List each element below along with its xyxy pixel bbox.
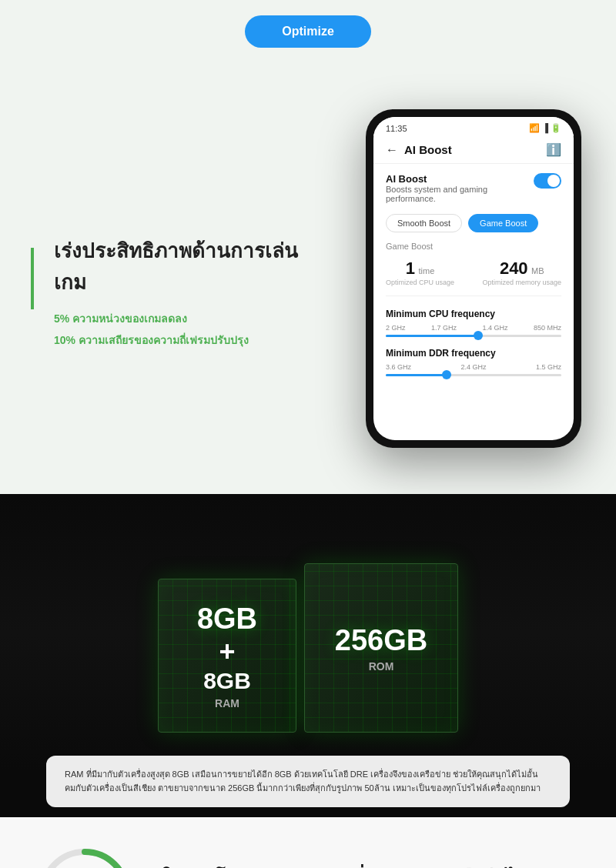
cpu-freq-section: Minimum CPU frequency 2 GHz 1.7 GHz 1.4 … bbox=[386, 309, 561, 337]
game-boost-section-label: Game Boost bbox=[386, 242, 561, 251]
mem-stat-num: 240 bbox=[500, 259, 528, 278]
cpu-slider-thumb[interactable] bbox=[474, 331, 483, 340]
gaming-stat-2-prefix: 10% bbox=[54, 334, 75, 346]
ram-extra-label: 8GB bbox=[203, 668, 251, 694]
gaming-title: เร่งประสิทธิภาพด้านการเล่นเกม bbox=[54, 235, 300, 298]
gaming-right-panel: 11:35 📶 ▐ 🔋 ← AI Boost ℹ️ AI bbox=[331, 63, 616, 494]
ram-main-label: 8GB bbox=[197, 603, 257, 636]
longevity-section: 4 ปี ใช้งานโดยหมดห่วงว่าเครื่องจะหน่วงหร… bbox=[0, 817, 616, 868]
phone-header-left: ← AI Boost bbox=[386, 143, 452, 157]
plus-symbol: + bbox=[219, 636, 235, 668]
longevity-text-block: ใช้งานโดยหมดห่วงว่าเครื่องจะหน่วงหรืออีด… bbox=[162, 863, 578, 868]
gaming-left-panel: เร่งประสิทธิภาพด้านการเล่นเกม 5% ความหน่… bbox=[0, 63, 331, 494]
mem-stat-unit: MB bbox=[531, 266, 544, 275]
cpu-label-4: 850 MHz bbox=[534, 324, 561, 332]
longevity-icon: 4 ปี bbox=[38, 848, 131, 868]
back-icon[interactable]: ← bbox=[386, 143, 398, 157]
cpu-label-3: 1.4 GHz bbox=[482, 324, 507, 332]
smooth-boost-tab[interactable]: Smooth Boost bbox=[386, 214, 462, 232]
optimize-button[interactable]: Optimize bbox=[245, 15, 371, 48]
ram-cube: 8GB + 8GB RAM bbox=[158, 579, 296, 733]
gaming-stat-2: 10% ความเสถียรของความถี่เฟรมปรับปรุง bbox=[54, 332, 300, 349]
ai-boost-toggle[interactable] bbox=[534, 173, 561, 189]
longevity-title: ใช้งานโดยหมดห่วงว่าเครื่องจะหน่วงหรืออีด… bbox=[162, 863, 578, 868]
cpu-slider-fill bbox=[386, 335, 482, 337]
gaming-stat-1: 5% ความหน่วงของเกมลดลง bbox=[54, 310, 300, 327]
gaming-stat-1-text: ความหน่วงของเกมลดลง bbox=[72, 312, 187, 325]
ddr-label-2: 2.4 GHz bbox=[460, 363, 486, 371]
game-boost-tab[interactable]: Game Boost bbox=[468, 214, 538, 232]
cpu-freq-title: Minimum CPU frequency bbox=[386, 309, 561, 319]
cpu-stat-num: 1 bbox=[406, 259, 415, 278]
mem-stat: 240 MB Optimized memory usage bbox=[482, 259, 561, 286]
ddr-slider-fill bbox=[386, 374, 447, 376]
boost-tabs: Smooth Boost Game Boost bbox=[386, 214, 561, 232]
cpu-stat-unit: time bbox=[418, 266, 434, 275]
ai-boost-label: AI Boost bbox=[386, 173, 534, 185]
phone-mockup: 11:35 📶 ▐ 🔋 ← AI Boost ℹ️ AI bbox=[366, 109, 581, 448]
phone-icons: 📶 ▐ 🔋 bbox=[529, 123, 561, 133]
accent-bar bbox=[31, 248, 34, 309]
rom-suffix: ROM bbox=[369, 660, 394, 673]
longevity-svg: 4 ปี bbox=[38, 848, 131, 868]
cube-container: 8GB + 8GB RAM 256GB ROM bbox=[158, 532, 458, 733]
phone-header: ← AI Boost ℹ️ bbox=[373, 136, 574, 164]
memory-description: RAM ที่มีมากับตัวเครื่องสูงสุด 8GB เสมือ… bbox=[46, 756, 570, 807]
rom-cube: 256GB ROM bbox=[304, 563, 458, 733]
info-icon[interactable]: ℹ️ bbox=[546, 142, 561, 157]
phone-status-bar: 11:35 📶 ▐ 🔋 bbox=[373, 117, 574, 136]
gaming-section: เร่งประสิทธิภาพด้านการเล่นเกม 5% ความหน่… bbox=[0, 63, 616, 494]
cpu-freq-slider[interactable] bbox=[386, 335, 561, 337]
ddr-label-3: 1.5 GHz bbox=[536, 363, 561, 371]
cpu-freq-labels: 2 GHz 1.7 GHz 1.4 GHz 850 MHz bbox=[386, 324, 561, 332]
cpu-stat-sub: Optimized CPU usage bbox=[386, 279, 454, 286]
stats-row: 1 time Optimized CPU usage 240 MB Optimi… bbox=[386, 259, 561, 296]
gaming-stat-2-text: ความเสถียรของความถี่เฟรมปรับปรุง bbox=[79, 334, 249, 346]
ddr-slider-thumb[interactable] bbox=[442, 370, 451, 379]
cpu-stat: 1 time Optimized CPU usage bbox=[386, 259, 454, 286]
phone-time: 11:35 bbox=[386, 124, 407, 133]
cpu-label-1: 2 GHz bbox=[386, 324, 406, 332]
phone-screen: 11:35 📶 ▐ 🔋 ← AI Boost ℹ️ AI bbox=[373, 117, 574, 440]
ddr-freq-section: Minimum DDR frequency 3.6 GHz 2.4 GHz 1.… bbox=[386, 348, 561, 376]
ram-suffix: RAM bbox=[215, 697, 239, 709]
ai-boost-row: AI Boost Boosts system and gaming perfor… bbox=[386, 173, 561, 211]
ddr-freq-labels: 3.6 GHz 2.4 GHz 1.5 GHz bbox=[386, 363, 561, 371]
ddr-freq-slider[interactable] bbox=[386, 374, 561, 376]
ddr-label-1: 3.6 GHz bbox=[386, 363, 411, 371]
memory-visual: 8GB + 8GB RAM 256GB ROM bbox=[0, 494, 616, 771]
gaming-stat-1-prefix: 5% bbox=[54, 312, 69, 325]
rom-main-label: 256GB bbox=[335, 624, 427, 657]
cpu-label-2: 1.7 GHz bbox=[431, 324, 457, 332]
memory-section: 8GB + 8GB RAM 256GB ROM RAM ที่มีมากับตั… bbox=[0, 494, 616, 817]
ddr-freq-title: Minimum DDR frequency bbox=[386, 348, 561, 359]
phone-content: AI Boost Boosts system and gaming perfor… bbox=[373, 164, 574, 396]
top-section: Optimize bbox=[0, 0, 616, 63]
ai-boost-desc: Boosts system and gaming performance. bbox=[386, 185, 534, 203]
mem-stat-sub: Optimized memory usage bbox=[482, 279, 561, 286]
screen-title: AI Boost bbox=[404, 143, 452, 156]
